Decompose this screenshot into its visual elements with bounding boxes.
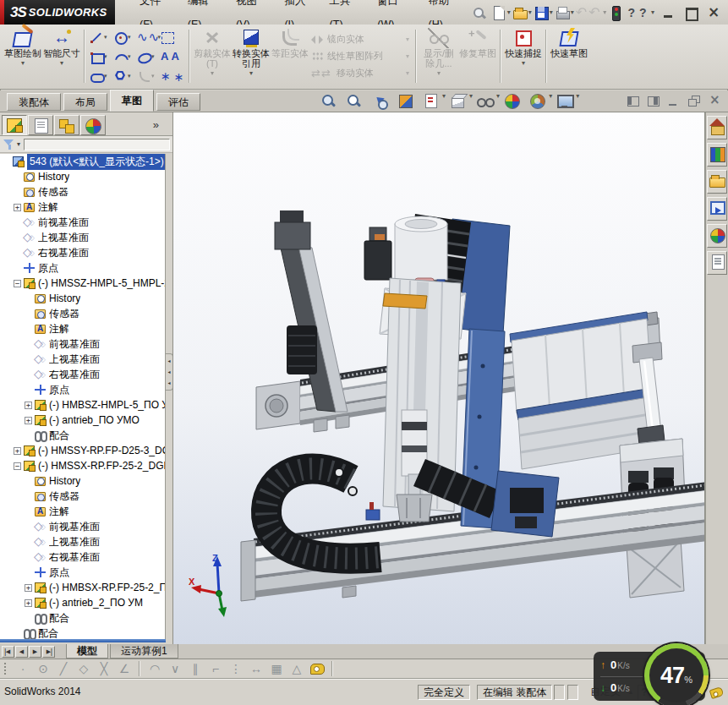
tree-expander[interactable]: [14, 204, 21, 211]
repair-sketch-button[interactable]: 修复草图: [458, 26, 497, 86]
scroll-first-button[interactable]: ◀: [2, 646, 14, 658]
snap-tangent-icon[interactable]: ◠: [145, 660, 165, 677]
dropdown-caret-icon[interactable]: ▾: [60, 59, 63, 67]
line-tool-icon[interactable]: ▾: [90, 27, 113, 46]
scroll-last-button[interactable]: ▶: [42, 646, 55, 658]
window-minimize-button[interactable]: [660, 6, 677, 19]
tab-evaluate[interactable]: 评估: [156, 93, 200, 111]
document-minimize-button[interactable]: [665, 94, 682, 108]
rebuild-button[interactable]: [608, 5, 626, 20]
memory-usage-gauge[interactable]: 47 %: [644, 643, 709, 705]
tree-item[interactable]: 传感器: [0, 489, 165, 504]
tree-item[interactable]: 543 (默认<默认_显示状态-1>): [0, 154, 165, 169]
tree-item[interactable]: (-) HMSSY-RP.FP-D25-3_DGE-: [0, 443, 165, 458]
tree-item[interactable]: (-) HMBSX-RP.FP-25-2_П: [0, 580, 165, 595]
tree-expander[interactable]: [25, 599, 32, 607]
tree-expander[interactable]: [14, 462, 21, 470]
tree-item[interactable]: 原点: [0, 260, 165, 276]
tab-layout[interactable]: 布局: [63, 93, 107, 111]
tree-expander[interactable]: [25, 402, 32, 409]
tab-assembly[interactable]: 装配体: [7, 93, 61, 111]
tree-item[interactable]: 传感器: [0, 306, 165, 321]
tree-expander[interactable]: [14, 280, 21, 287]
display-style-icon[interactable]: ▾: [449, 92, 476, 110]
tree-item[interactable]: History: [0, 291, 165, 306]
spline-tool-icon[interactable]: ▾: [137, 27, 161, 46]
panel-expand-chevron[interactable]: »: [153, 118, 159, 131]
rectangle-tool-icon[interactable]: ▾: [90, 46, 113, 66]
appearances-scenes-tab[interactable]: [707, 224, 727, 248]
display-delete-relations-button[interactable]: 显示/删除几... ▾: [419, 26, 458, 86]
tree-item[interactable]: 注解: [0, 321, 165, 336]
sketch-fillet-icon[interactable]: ▾: [137, 66, 161, 85]
snap-angle-icon[interactable]: ∠: [114, 660, 134, 677]
help-button[interactable]: ▾: [627, 5, 654, 20]
tree-item[interactable]: (-) HMBSZ-HMPL-5_ПО У: [0, 397, 165, 413]
undo-button[interactable]: ▾: [576, 5, 606, 20]
linear-sketch-pattern-button[interactable]: 线性草图阵列 ▾: [311, 48, 411, 65]
new-document-button[interactable]: ▾: [491, 5, 511, 20]
configurationmanager-tab[interactable]: [54, 115, 79, 135]
tree-item[interactable]: 前视基准面: [0, 519, 165, 534]
mirror-entities-button[interactable]: 镜向实体 ▾: [311, 31, 411, 48]
tree-item[interactable]: 注解: [0, 504, 165, 519]
zoom-to-area-icon[interactable]: [345, 92, 370, 110]
view-settings-icon[interactable]: ▾: [556, 92, 583, 110]
show-right-pane-button[interactable]: [645, 94, 662, 108]
view-orientation-icon[interactable]: ▾: [422, 92, 449, 110]
rapid-sketch-button[interactable]: 快速草图: [550, 26, 588, 86]
hide-show-items-icon[interactable]: ▾: [476, 92, 503, 110]
selection-box-icon[interactable]: [161, 27, 184, 46]
filter-input[interactable]: [24, 139, 170, 150]
snap-separator[interactable]: [139, 661, 140, 676]
tree-item[interactable]: 前视基准面: [0, 215, 165, 230]
offset-entities-button[interactable]: 等距实体: [271, 26, 309, 86]
snap-point-icon[interactable]: ·: [13, 660, 33, 677]
tree-item[interactable]: 配合: [0, 610, 165, 626]
tree-item[interactable]: (-) HMSSZ-HMPL-5_HMPL-20_V: [0, 276, 165, 291]
ellipse-tool-icon[interactable]: ▾: [137, 46, 161, 66]
snap-grid-icon[interactable]: ▦: [266, 660, 287, 677]
section-view-icon[interactable]: [397, 92, 422, 110]
snap-grid-points-icon[interactable]: ⋮: [226, 660, 246, 677]
snap-intersection-icon[interactable]: ╳: [94, 660, 114, 677]
file-explorer-tab[interactable]: [707, 170, 727, 194]
snap-length-icon[interactable]: ↔: [246, 660, 266, 677]
scroll-prev-button[interactable]: ◀: [15, 646, 28, 658]
tree-item[interactable]: 上视基准面: [0, 534, 165, 549]
edit-appearance-icon[interactable]: [503, 92, 528, 110]
dropdown-caret-icon[interactable]: ▾: [17, 140, 20, 148]
displaymanager-tab[interactable]: [80, 115, 106, 135]
custom-properties-tab[interactable]: [707, 251, 727, 275]
snap-midpoint-icon[interactable]: ◇: [74, 660, 94, 677]
net-monitor-overlay[interactable]: ↑ 0 K/s ↓ 0 K/s 47 %: [594, 652, 705, 701]
tree-expander[interactable]: [25, 584, 32, 592]
tree-item[interactable]: History: [0, 169, 165, 184]
tree-item[interactable]: History: [0, 473, 165, 489]
tab-sketch[interactable]: 草图: [110, 90, 154, 112]
tree-item[interactable]: 前视基准面: [0, 336, 165, 352]
convert-entities-button[interactable]: 转换实体引用 ▾: [232, 26, 271, 86]
measure-icon[interactable]: [307, 660, 327, 677]
tree-item[interactable]: 注解: [0, 199, 165, 215]
tree-item[interactable]: 传感器: [0, 184, 165, 199]
featuremanager-design-tree-tab[interactable]: [2, 115, 27, 135]
tree-item[interactable]: (-) antrieb_2_ПО УМ: [0, 595, 165, 610]
trim-entities-button[interactable]: 剪裁实体(T) ▾: [193, 26, 232, 86]
view-palette-tab[interactable]: [707, 197, 727, 221]
taskpane-home-tab[interactable]: [707, 116, 727, 139]
move-entities-button[interactable]: 移动实体 ▾: [311, 65, 411, 82]
search-icon[interactable]: [471, 5, 484, 20]
design-library-tab[interactable]: [707, 143, 727, 167]
filter-funnel-icon[interactable]: [3, 138, 16, 151]
tree-item[interactable]: 上视基准面: [0, 352, 165, 367]
tree-item[interactable]: 右视基准面: [0, 549, 165, 565]
window-maximize-button[interactable]: [682, 6, 699, 19]
zoom-to-fit-icon[interactable]: [320, 92, 345, 110]
smart-dimension-button[interactable]: 智能尺寸 ▾: [42, 26, 81, 86]
snap-angle-snap-icon[interactable]: △: [287, 660, 307, 677]
save-button[interactable]: ▾: [534, 5, 553, 20]
tree-item[interactable]: (-) HMSSX-RP.FP-25-2_DGE-2: [0, 458, 165, 473]
snap-center-icon[interactable]: ⊙: [33, 660, 53, 677]
propertymanager-tab[interactable]: [28, 115, 53, 135]
